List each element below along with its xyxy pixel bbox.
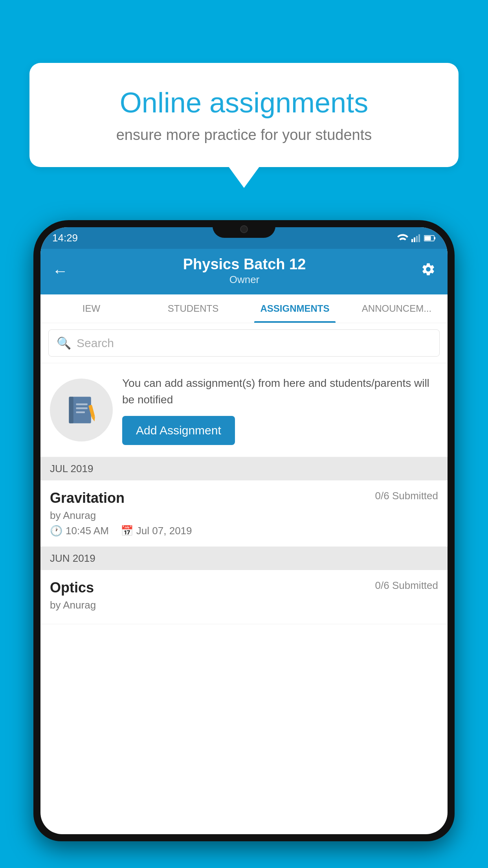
info-card-content: You can add assignment(s) from here and … (122, 375, 438, 445)
battery-icon (424, 235, 436, 242)
back-button[interactable]: ← (52, 262, 68, 280)
info-card-text: You can add assignment(s) from here and … (122, 375, 438, 408)
time-value-1: 10:45 AM (66, 525, 109, 537)
status-icons (397, 234, 436, 243)
bubble-arrow (228, 166, 260, 188)
assignment-optics[interactable]: Optics 0/6 Submitted by Anurag (40, 570, 448, 624)
search-placeholder-text: Search (77, 337, 114, 350)
svg-rect-5 (434, 237, 435, 239)
add-assignment-button[interactable]: Add Assignment (122, 416, 235, 445)
clock-icon-1: 🕐 (50, 525, 62, 537)
app-header: ← Physics Batch 12 Owner (40, 249, 448, 294)
assignment-meta-2: by Anurag (50, 599, 438, 611)
header-title: Physics Batch 12 (183, 256, 306, 273)
gear-icon (421, 262, 436, 277)
settings-button[interactable] (421, 262, 436, 280)
header-subtitle: Owner (183, 274, 306, 286)
info-card: You can add assignment(s) from here and … (40, 363, 448, 457)
tab-announcements[interactable]: ANNOUNCEM... (346, 294, 448, 323)
signal-icon (411, 234, 421, 243)
svg-rect-3 (418, 234, 420, 242)
assignment-title-row-2: Optics 0/6 Submitted (50, 579, 438, 596)
assignment-details-1: 🕐 10:45 AM 📅 Jul 07, 2019 (50, 525, 438, 537)
tab-students[interactable]: STUDENTS (142, 294, 244, 323)
notebook-icon (64, 392, 99, 428)
svg-rect-10 (76, 407, 88, 409)
assignment-submitted-2: 0/6 Submitted (375, 579, 438, 592)
section-jul-2019: JUL 2019 (40, 457, 448, 480)
phone-outer: 14:29 (33, 220, 455, 841)
assignment-title-1: Gravitation (50, 490, 125, 506)
phone-notch (213, 220, 275, 238)
svg-rect-8 (69, 397, 73, 423)
tab-bar: IEW STUDENTS ASSIGNMENTS ANNOUNCEM... (40, 294, 448, 323)
phone-screen: 14:29 (40, 227, 448, 834)
speech-bubble-container: Online assignments ensure more practice … (29, 63, 459, 188)
header-content: ← Physics Batch 12 Owner (40, 249, 448, 294)
svg-rect-1 (414, 237, 415, 242)
svg-rect-6 (425, 236, 431, 240)
search-input[interactable]: 🔍 Search (48, 329, 440, 357)
assignment-gravitation[interactable]: Gravitation 0/6 Submitted by Anurag 🕐 10… (40, 480, 448, 547)
header-title-group: Physics Batch 12 Owner (183, 256, 306, 286)
section-jun-2019: JUN 2019 (40, 547, 448, 570)
time-detail-1: 🕐 10:45 AM (50, 525, 109, 537)
svg-rect-0 (411, 239, 413, 242)
assignment-meta-1: by Anurag (50, 509, 438, 522)
date-value-1: Jul 07, 2019 (136, 525, 192, 537)
wifi-icon (397, 234, 408, 243)
date-detail-1: 📅 Jul 07, 2019 (121, 525, 192, 537)
assignment-title-2: Optics (50, 579, 94, 596)
notebook-icon-circle (50, 379, 113, 441)
calendar-icon-1: 📅 (121, 525, 133, 537)
svg-rect-11 (76, 411, 85, 413)
status-time: 14:29 (52, 232, 78, 244)
search-icon: 🔍 (57, 336, 71, 350)
speech-bubble: Online assignments ensure more practice … (29, 63, 459, 167)
search-container: 🔍 Search (40, 323, 448, 363)
tab-assignments[interactable]: ASSIGNMENTS (244, 294, 346, 323)
assignment-submitted-1: 0/6 Submitted (375, 490, 438, 502)
svg-rect-2 (416, 236, 418, 242)
bubble-title: Online assignments (57, 86, 431, 119)
svg-rect-9 (76, 403, 88, 405)
assignment-title-row-1: Gravitation 0/6 Submitted (50, 490, 438, 506)
tab-iew[interactable]: IEW (40, 294, 142, 323)
bubble-subtitle: ensure more practice for your students (57, 127, 431, 143)
svg-marker-13 (92, 417, 96, 422)
phone-container: 14:29 (33, 220, 455, 868)
phone-camera (240, 225, 248, 233)
